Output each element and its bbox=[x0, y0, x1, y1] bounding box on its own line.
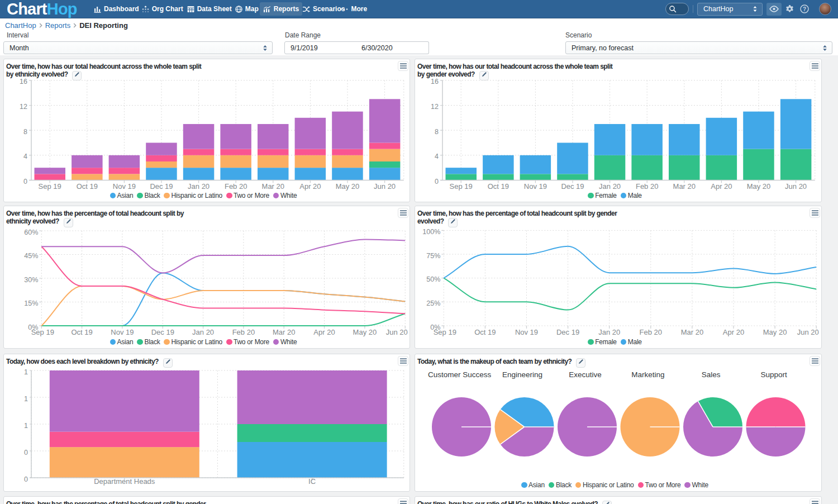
svg-text:1: 1 bbox=[24, 422, 28, 430]
svg-text:Apr 20: Apr 20 bbox=[299, 182, 321, 191]
svg-text:15%: 15% bbox=[24, 299, 38, 307]
svg-text:Nov 19: Nov 19 bbox=[524, 182, 547, 191]
svg-text:May 20: May 20 bbox=[336, 182, 360, 191]
svg-text:May 20: May 20 bbox=[747, 182, 771, 191]
svg-text:30%: 30% bbox=[24, 276, 38, 284]
svg-text:4: 4 bbox=[435, 153, 439, 160]
svg-text:0: 0 bbox=[435, 178, 439, 186]
svg-text:75%: 75% bbox=[426, 252, 440, 260]
svg-text:Oct 19: Oct 19 bbox=[488, 182, 509, 191]
svg-text:Dec 19: Dec 19 bbox=[561, 182, 584, 191]
svg-text:Mar 20: Mar 20 bbox=[681, 328, 703, 336]
svg-text:12: 12 bbox=[431, 103, 439, 111]
svg-text:100%: 100% bbox=[422, 228, 440, 236]
svg-text:Oct 19: Oct 19 bbox=[474, 328, 496, 336]
svg-text:0: 0 bbox=[23, 178, 27, 186]
svg-text:Jun 20: Jun 20 bbox=[374, 182, 396, 191]
svg-text:Marketing: Marketing bbox=[631, 370, 664, 379]
svg-text:Jan 20: Jan 20 bbox=[188, 182, 210, 191]
svg-text:1: 1 bbox=[24, 395, 28, 403]
svg-text:0: 0 bbox=[24, 476, 28, 483]
svg-text:0: 0 bbox=[24, 449, 28, 457]
svg-text:Jun 20: Jun 20 bbox=[785, 182, 807, 191]
svg-text:Engineering: Engineering bbox=[502, 370, 542, 379]
svg-text:Dec 19: Dec 19 bbox=[556, 328, 579, 336]
svg-text:Sep 19: Sep 19 bbox=[450, 182, 473, 191]
svg-text:Executive: Executive bbox=[569, 370, 602, 379]
svg-text:Feb 20: Feb 20 bbox=[636, 182, 658, 191]
svg-text:60%: 60% bbox=[24, 229, 38, 236]
svg-text:?: ? bbox=[803, 6, 806, 12]
svg-text:Sep 19: Sep 19 bbox=[31, 328, 54, 336]
svg-text:8: 8 bbox=[435, 128, 439, 136]
svg-text:IC: IC bbox=[308, 477, 316, 486]
svg-text:May 20: May 20 bbox=[353, 328, 377, 336]
svg-text:1: 1 bbox=[24, 368, 28, 376]
svg-text:12: 12 bbox=[20, 103, 27, 111]
svg-text:4: 4 bbox=[23, 153, 27, 160]
svg-text:Nov 19: Nov 19 bbox=[113, 182, 136, 191]
svg-text:Dec 19: Dec 19 bbox=[151, 328, 174, 336]
svg-text:50%: 50% bbox=[426, 275, 440, 283]
svg-text:Jun 20: Jun 20 bbox=[386, 328, 408, 336]
svg-text:16: 16 bbox=[431, 78, 439, 85]
svg-text:Sep 19: Sep 19 bbox=[434, 328, 456, 336]
svg-text:Department Heads: Department Heads bbox=[94, 477, 155, 486]
svg-text:Jan 20: Jan 20 bbox=[599, 182, 621, 191]
svg-text:Dec 19: Dec 19 bbox=[150, 182, 173, 191]
svg-text:Apr 20: Apr 20 bbox=[723, 328, 744, 336]
svg-text:16: 16 bbox=[20, 78, 27, 85]
svg-text:Sales: Sales bbox=[702, 370, 721, 379]
svg-text:Mar 20: Mar 20 bbox=[262, 182, 284, 191]
svg-text:Customer Success: Customer Success bbox=[428, 370, 492, 379]
svg-text:Jun 20: Jun 20 bbox=[797, 328, 819, 336]
svg-text:Jan 20: Jan 20 bbox=[598, 328, 620, 336]
svg-text:25%: 25% bbox=[426, 299, 440, 307]
svg-text:May 20: May 20 bbox=[763, 328, 787, 336]
svg-text:Mar 20: Mar 20 bbox=[673, 182, 696, 191]
svg-text:Apr 20: Apr 20 bbox=[313, 328, 335, 336]
svg-text:45%: 45% bbox=[24, 252, 38, 260]
svg-text:Nov 19: Nov 19 bbox=[111, 328, 134, 336]
svg-text:Oct 19: Oct 19 bbox=[77, 182, 98, 191]
svg-text:Apr 20: Apr 20 bbox=[711, 182, 732, 191]
svg-text:8: 8 bbox=[23, 128, 27, 136]
svg-text:Feb 20: Feb 20 bbox=[225, 182, 247, 191]
svg-text:Sep 19: Sep 19 bbox=[39, 182, 61, 191]
svg-text:Feb 20: Feb 20 bbox=[232, 328, 255, 336]
svg-text:Oct 19: Oct 19 bbox=[71, 328, 92, 336]
svg-text:Support: Support bbox=[761, 370, 788, 379]
svg-text:Nov 19: Nov 19 bbox=[515, 328, 538, 336]
svg-text:Mar 20: Mar 20 bbox=[273, 328, 295, 336]
svg-text:Feb 20: Feb 20 bbox=[640, 328, 662, 336]
svg-text:Jan 20: Jan 20 bbox=[192, 328, 214, 336]
